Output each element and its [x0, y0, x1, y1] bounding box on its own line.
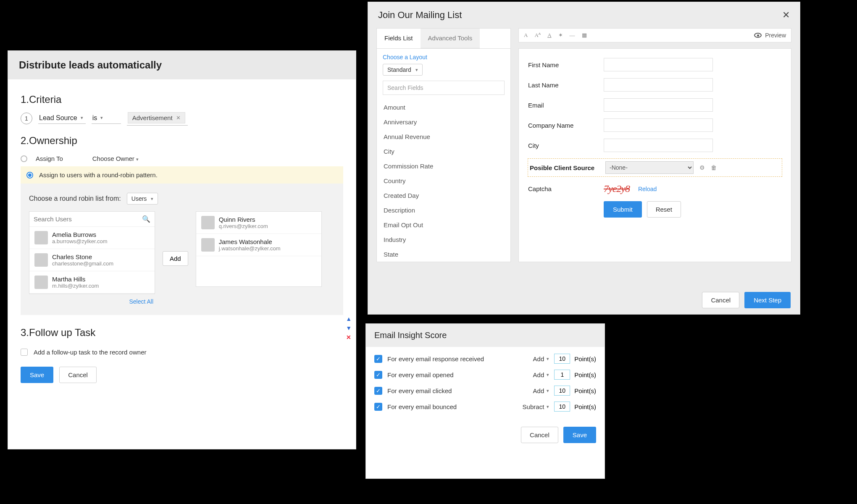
roundrobin-source-select[interactable]: Users▾	[127, 193, 158, 205]
criteria-heading: 1.Criteria	[21, 94, 343, 105]
criteria-number: 1	[21, 113, 32, 124]
points-input[interactable]	[554, 354, 570, 364]
save-button[interactable]: Save	[21, 367, 53, 383]
field-item[interactable]: Annual Revenue	[383, 129, 505, 144]
font-size-icon[interactable]: AA	[534, 32, 541, 39]
points-input[interactable]	[554, 386, 570, 396]
followup-checkbox[interactable]	[21, 349, 28, 356]
tab-fields-list[interactable]: Fields List	[377, 29, 421, 48]
field-item[interactable]: Description	[383, 203, 505, 218]
search-users-field[interactable]: 🔍	[29, 212, 155, 227]
cancel-button[interactable]: Cancel	[521, 427, 558, 443]
field-item[interactable]: City	[383, 144, 505, 159]
reset-button[interactable]: Reset	[647, 201, 681, 218]
company-input[interactable]	[604, 118, 713, 132]
reload-captcha-link[interactable]: Reload	[638, 186, 657, 192]
tag-remove-icon[interactable]: ✕	[176, 115, 181, 121]
field-item[interactable]: Email Opt Out	[383, 218, 505, 232]
field-label: City	[528, 142, 604, 149]
field-item[interactable]: Created Day	[383, 188, 505, 203]
selected-users-list: Quinn Riversq.rivers@zylker.com James Wa…	[196, 211, 322, 287]
move-up-icon[interactable]: ▲	[346, 315, 352, 322]
field-label: Captcha	[528, 185, 604, 192]
save-button[interactable]: Save	[563, 427, 596, 443]
email-input[interactable]	[604, 98, 713, 112]
hr-icon[interactable]: —	[570, 32, 575, 39]
add-user-button[interactable]: Add	[163, 251, 188, 266]
captcha-image: 7ye2y8	[604, 183, 630, 194]
user-row[interactable]: Martha Hillsm.hills@zylker.com	[29, 271, 155, 294]
field-item[interactable]: Industry	[383, 232, 505, 247]
format-toolbar: A AA A ✶ — ▦ Preview	[518, 28, 791, 42]
client-source-select[interactable]: -None-	[605, 161, 694, 174]
chevron-down-icon: ▾	[136, 157, 139, 162]
close-icon[interactable]: ✕	[782, 10, 790, 21]
search-fields-input[interactable]: Search Fields	[383, 81, 505, 95]
criteria-op-select[interactable]: is▾	[92, 113, 121, 124]
user-row[interactable]: James Watsonhalej.watsonhale@zylker.com	[196, 234, 321, 256]
choose-owner-select[interactable]: Choose Owner ▾	[92, 155, 139, 162]
form-canvas: First Name Last Name Email Company Name …	[518, 48, 791, 262]
last-name-input[interactable]	[604, 78, 713, 92]
chevron-down-icon: ▾	[81, 115, 83, 121]
rule-checkbox[interactable]	[374, 387, 382, 395]
rule-checkbox[interactable]	[374, 403, 382, 411]
trash-icon[interactable]: 🗑	[711, 164, 717, 171]
round-robin-row[interactable]: Assign to users with a round-robin patte…	[21, 166, 343, 184]
link-icon[interactable]: ✶	[558, 32, 563, 39]
rule-checkbox[interactable]	[374, 371, 382, 379]
search-users-input[interactable]	[34, 215, 142, 223]
choose-layout-label: Choose a Layout	[377, 49, 510, 64]
mailing-list-panel: Join Our Mailing List ✕ Fields List Adva…	[368, 2, 800, 315]
chevron-down-icon: ▾	[415, 67, 418, 73]
points-input[interactable]	[554, 370, 570, 380]
round-robin-radio[interactable]	[26, 172, 33, 178]
rule-op-select[interactable]: Add▾	[533, 371, 549, 378]
assign-to-radio[interactable]	[21, 155, 27, 162]
select-all-link[interactable]: Select All	[29, 294, 155, 306]
font-icon[interactable]: A	[524, 32, 528, 39]
field-label: Posible Client Source	[530, 164, 605, 171]
rule-op-select[interactable]: Add▾	[533, 355, 549, 362]
assign-to-label: Assign To	[36, 155, 63, 162]
next-step-button[interactable]: Next Step	[744, 292, 791, 308]
criteria-field-select[interactable]: Lead Source▾	[38, 113, 86, 124]
points-input[interactable]	[554, 402, 570, 412]
rule-checkbox[interactable]	[374, 355, 382, 363]
remove-icon[interactable]: ✕	[346, 334, 351, 341]
assign-to-row: Assign To Choose Owner ▾	[21, 152, 343, 166]
city-input[interactable]	[604, 139, 713, 152]
field-item[interactable]: State	[383, 247, 505, 262]
rule-op-select[interactable]: Add▾	[533, 387, 549, 394]
field-item[interactable]: Amount	[383, 100, 505, 115]
chevron-down-icon: ▾	[547, 372, 549, 378]
user-row[interactable]: Quinn Riversq.rivers@zylker.com	[196, 212, 321, 234]
avatar	[201, 238, 215, 252]
form-builder-area: A AA A ✶ — ▦ Preview First Name Last Nam…	[518, 28, 791, 262]
first-name-input[interactable]	[604, 58, 713, 71]
gear-icon[interactable]: ⚙	[699, 164, 705, 171]
field-item[interactable]: Commission Rate	[383, 159, 505, 173]
layout-select[interactable]: Standard▾	[383, 64, 423, 76]
rule-op-select[interactable]: Subract▾	[523, 403, 549, 410]
user-row[interactable]: Charles Stonecharlesstone@gmail.com	[29, 249, 155, 271]
chevron-down-icon: ▾	[547, 356, 549, 362]
user-row[interactable]: Amelia Burrowsa.burrows@zylker.com	[29, 227, 155, 249]
cancel-button[interactable]: Cancel	[59, 367, 97, 383]
chevron-down-icon: ▾	[547, 404, 549, 410]
selected-field-row[interactable]: Posible Client Source -None- ⚙🗑	[528, 159, 782, 176]
image-icon[interactable]: ▦	[582, 32, 587, 39]
reorder-controls: ▲ ▼ ✕	[346, 315, 352, 341]
submit-button[interactable]: Submit	[604, 201, 642, 218]
move-down-icon[interactable]: ▼	[346, 325, 352, 331]
cancel-button[interactable]: Cancel	[702, 292, 739, 308]
font-color-icon[interactable]: A	[547, 32, 551, 39]
preview-button[interactable]: Preview	[754, 32, 786, 39]
insight-title: Email Insight Score	[366, 324, 605, 347]
eye-icon	[754, 33, 762, 38]
insight-rule-row: For every email openedAdd▾Point(s)	[374, 370, 596, 380]
field-item[interactable]: Country	[383, 173, 505, 188]
field-item[interactable]: Anniversary	[383, 115, 505, 129]
criteria-value-field[interactable]: Advertisement✕	[127, 111, 188, 126]
tab-advanced-tools[interactable]: Advanced Tools	[421, 29, 480, 48]
